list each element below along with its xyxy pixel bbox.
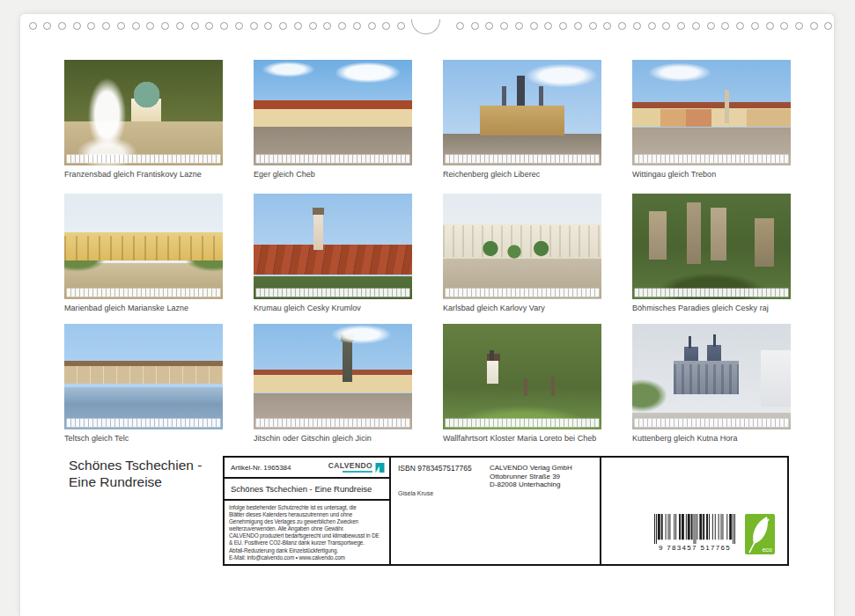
photo-caption: Marienbad gleich Marianske Lazne — [64, 304, 254, 312]
eco-label: eco — [763, 546, 772, 553]
binding-hole — [368, 22, 376, 30]
author-name: Gisela Kruse — [398, 490, 433, 496]
binding-hole — [102, 22, 110, 30]
calvendo-logo-text: CALVENDO — [328, 462, 372, 469]
binding-hole — [530, 22, 538, 30]
binding-hole — [589, 22, 597, 30]
binding-hole — [736, 22, 744, 30]
calendar-page-thumbnail: Teltsch gleich Telc — [64, 324, 254, 443]
binding-hole — [824, 22, 832, 30]
binding-hole — [161, 22, 169, 30]
binding-hole — [618, 22, 626, 30]
binding-hole — [250, 22, 258, 30]
calendar-back-page: Franzensbad gleich Frantiskovy Lazne Ege… — [19, 13, 835, 616]
binding-hole — [117, 22, 125, 30]
binding-hole — [456, 22, 464, 30]
calendar-page-thumbnail: Krumau gleich Cesky Krumlov — [254, 194, 444, 312]
calendar-page-thumbnail: Eger gleich Cheb — [254, 60, 444, 179]
article-number: Artikel-Nr. 1965384 — [231, 464, 291, 472]
binding-hole — [294, 22, 302, 30]
eco-logo: eco — [745, 514, 775, 554]
calendar-page-thumbnail: Karlsbad gleich Karlovy Vary — [443, 194, 633, 312]
binding-hole — [338, 22, 346, 30]
publisher-address: CALVENDO Verlag GmbHOttobrunner Straße 3… — [490, 464, 572, 489]
binding-hole — [795, 22, 803, 30]
binding-hole — [471, 22, 479, 30]
calendar-page-photo — [254, 194, 412, 299]
binding-hole — [29, 22, 37, 30]
calendar-page-photo — [254, 324, 412, 429]
binding-hole — [397, 22, 405, 30]
calendar-title-box: Schönes Tschechien - Eine Rundreise — [223, 477, 391, 501]
binding-hole — [559, 22, 567, 30]
calendar-page-thumbnail: Böhmisches Paradies gleich Cesky raj — [632, 194, 822, 312]
page-background: Franzensbad gleich Frantiskovy Lazne Ege… — [0, 0, 855, 616]
calendar-page-photo — [443, 324, 601, 429]
calendar-title-line2: Eine Rundreise — [69, 473, 202, 490]
photo-caption: Wittingau gleich Trebon — [632, 170, 822, 179]
barcode-bars — [654, 514, 735, 544]
ean13-barcode: 9 783457 517765 — [654, 514, 735, 552]
binding-hole — [205, 22, 213, 30]
binding-hole — [87, 22, 95, 30]
binding-hole — [353, 22, 361, 30]
binding-hole — [662, 22, 670, 30]
photo-caption: Kuttenberg gleich Kutna Hora — [632, 434, 822, 443]
binding-hole — [633, 22, 641, 30]
binding-hole — [810, 22, 818, 30]
binding-hole — [648, 22, 656, 30]
barcode-box: 9 783457 517765 eco — [600, 456, 789, 566]
binding-hole — [707, 22, 715, 30]
binding-hole — [264, 22, 272, 30]
binding-hole — [515, 22, 523, 30]
binding-hole — [766, 22, 774, 30]
calendar-page-photo — [632, 60, 791, 165]
photo-caption: Böhmisches Paradies gleich Cesky raj — [632, 304, 822, 312]
photo-caption: Karlsbad gleich Karlovy Vary — [443, 304, 633, 312]
photo-caption: Reichenberg gleich Liberec — [443, 170, 633, 179]
binding-hole — [692, 22, 700, 30]
calvendo-logo: CALVENDO — [328, 462, 385, 473]
binding-hole — [43, 22, 51, 30]
binding-hole — [751, 22, 759, 30]
binding-hole — [382, 22, 390, 30]
binding-hole — [279, 22, 287, 30]
binding-hole — [146, 22, 154, 30]
binding-hole — [485, 22, 493, 30]
publisher-box: ISBN 9783457517765 CALVENDO Verlag GmbHO… — [389, 456, 601, 566]
binding-hole — [574, 22, 582, 30]
binding-hole — [721, 22, 729, 30]
legal-notice-box: Infolge bestehender Schutzrechte ist es … — [223, 499, 391, 566]
photo-caption: Franzensbad gleich Frantiskovy Lazne — [64, 170, 254, 179]
calendar-page-thumbnail: Franzensbad gleich Frantiskovy Lazne — [64, 60, 254, 179]
calendar-title: Schönes Tschechien - Eine Rundreise — [69, 457, 202, 490]
calvendo-tagline-bar — [343, 471, 372, 473]
calendar-page-photo — [64, 194, 223, 299]
binding-hole — [191, 22, 199, 30]
binding-hole — [323, 22, 331, 30]
photo-caption: Teltsch gleich Telc — [64, 434, 254, 443]
calvendo-logo-icon — [374, 462, 385, 473]
calendar-page-thumbnail: Kuttenberg gleich Kutna Hora — [632, 324, 822, 443]
calendar-page-photo — [443, 60, 601, 165]
calendar-page-thumbnail: Wittingau gleich Trebon — [632, 60, 822, 179]
calendar-page-photo — [443, 194, 601, 299]
binding-hole — [235, 22, 243, 30]
photo-caption: Jitschin oder Gitschin gleich Jicin — [254, 434, 444, 443]
binding-hole — [677, 22, 685, 30]
binding-hole — [73, 22, 81, 30]
calendar-page-thumbnail: Jitschin oder Gitschin gleich Jicin — [254, 324, 444, 443]
photo-caption: Krumau gleich Cesky Krumlov — [254, 304, 444, 312]
binding-hole — [58, 22, 66, 30]
binding-hole — [780, 22, 788, 30]
calendar-page-thumbnail: Reichenberg gleich Liberec — [443, 60, 633, 179]
isbn-number: ISBN 9783457517765 — [398, 464, 472, 473]
photo-caption: Wallfahrtsort Kloster Maria Loreto bei C… — [443, 434, 633, 443]
photo-caption: Eger gleich Cheb — [254, 170, 444, 179]
calendar-page-photo — [632, 194, 791, 299]
binding-hole — [603, 22, 611, 30]
binding-hole — [500, 22, 508, 30]
calendar-page-photo — [64, 60, 223, 165]
hanger-cutout — [411, 19, 440, 34]
calendar-page-photo — [254, 60, 412, 165]
